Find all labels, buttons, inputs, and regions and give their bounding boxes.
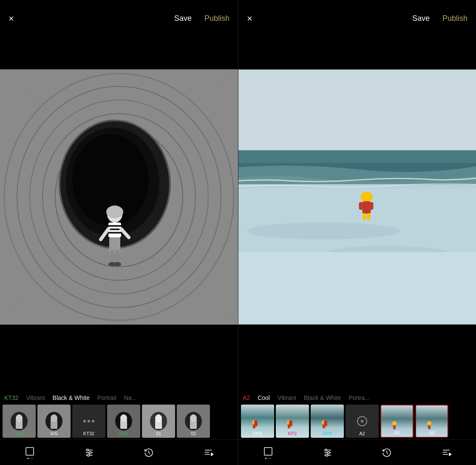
svg-point-82	[287, 420, 291, 425]
svg-rect-47	[26, 448, 34, 455]
svg-line-56	[149, 453, 150, 454]
svg-point-94	[325, 449, 327, 451]
svg-rect-18	[108, 228, 121, 230]
filter-thumb-kp2-label: KP2	[276, 431, 309, 436]
svg-point-96	[327, 451, 329, 454]
svg-point-88	[392, 421, 397, 425]
publish-button-right[interactable]: Publish	[442, 14, 468, 23]
svg-point-34	[51, 414, 57, 422]
toolbar-adjust-left[interactable]	[84, 448, 94, 458]
filter-thumb-ih5[interactable]: IH5	[37, 405, 71, 438]
frame-icon-left	[25, 446, 35, 456]
filter-thumb-kp2[interactable]: KP2	[276, 405, 309, 438]
filter-thumb-fp8[interactable]: FP8	[241, 405, 274, 438]
header-actions-right: Save Publish	[412, 14, 468, 23]
toolbar-export-right[interactable]	[441, 448, 451, 458]
filter-cat-bw2[interactable]: Black & White	[304, 394, 341, 401]
toolbar-history-right[interactable]	[382, 448, 392, 458]
filter-thumb-02[interactable]: 02	[177, 405, 210, 438]
toolbar-adjust-right[interactable]	[323, 448, 333, 458]
photo-beach	[238, 37, 476, 357]
svg-point-70	[360, 192, 372, 202]
filter-thumb-a5-label: A5	[381, 430, 413, 435]
filter-cat-kt32[interactable]: KT32	[4, 394, 18, 401]
export-icon-right	[441, 448, 451, 458]
svg-point-54	[88, 454, 90, 456]
filter-cat-vibrant[interactable]: Vibrant	[26, 394, 45, 401]
svg-rect-21	[110, 250, 114, 263]
bottom-black-left	[0, 357, 238, 391]
svg-line-100	[387, 453, 388, 454]
filter-cat-a2[interactable]: A2	[243, 394, 250, 401]
svg-point-50	[87, 449, 89, 451]
toolbar-export-left[interactable]	[203, 448, 213, 458]
close-button-right[interactable]: ×	[247, 13, 252, 24]
filter-thumb-a8[interactable]: A8	[415, 405, 448, 438]
filter-thumb-a2-label: A2	[346, 431, 379, 436]
filter-thumb-kx4-label: KX4	[107, 431, 140, 436]
header-right: × Save Publish	[238, 0, 476, 37]
frame-icon-right	[263, 446, 273, 456]
publish-button-left[interactable]: Publish	[204, 14, 230, 23]
svg-marker-104	[449, 453, 451, 456]
filter-bar-right: A2 Cool Vibrant Black & White Portra... …	[238, 391, 476, 439]
svg-point-79	[252, 420, 256, 425]
filter-bar-left: KT32 Vibrant Black & White Portrait Na..…	[0, 391, 238, 439]
header-left: × Save Publish	[0, 0, 238, 37]
svg-point-15	[106, 205, 123, 218]
toolbar-history-left[interactable]	[144, 448, 154, 458]
svg-point-67	[247, 223, 400, 240]
svg-rect-74	[363, 213, 366, 220]
filter-cat-bw[interactable]: Black & White	[53, 394, 90, 401]
bottom-toolbar-left	[0, 439, 238, 465]
filter-thumb-kt32[interactable]: KT32	[72, 405, 105, 438]
svg-point-42	[155, 414, 162, 422]
svg-marker-60	[211, 453, 213, 456]
toolbar-frame-left[interactable]	[25, 446, 35, 459]
svg-point-85	[322, 420, 326, 425]
svg-rect-73	[369, 202, 373, 210]
filter-categories-right: A2 Cool Vibrant Black & White Portra...	[238, 394, 476, 401]
toolbar-frame-right[interactable]	[263, 446, 273, 459]
svg-point-46	[190, 414, 197, 422]
svg-rect-62	[238, 70, 476, 155]
svg-rect-22	[115, 250, 119, 263]
filter-cat-portrait[interactable]: Portrait	[97, 394, 116, 401]
photo-area-left	[0, 37, 238, 357]
filter-thumb-01-label: 01	[142, 431, 175, 436]
filter-thumb-kp9[interactable]: KP9	[311, 405, 344, 438]
filter-cat-na[interactable]: Na...	[124, 394, 137, 401]
filter-cat-cool[interactable]: Cool	[258, 394, 270, 401]
filter-thumb-ih5-label: IH5	[37, 431, 71, 436]
filter-thumb-kx4[interactable]: KX4	[107, 405, 140, 438]
filter-thumb-01[interactable]: 01	[142, 405, 175, 438]
filter-thumb-a8-label: A8	[416, 430, 448, 435]
save-button-right[interactable]: Save	[412, 14, 430, 23]
svg-rect-66	[238, 188, 476, 252]
svg-point-38	[120, 414, 127, 422]
adjust-icon-right	[323, 448, 333, 458]
frame-dots-right	[265, 458, 271, 459]
svg-rect-72	[359, 202, 363, 210]
filter-thumb-a5[interactable]: A5	[380, 405, 414, 438]
filter-cat-portrait2[interactable]: Portra...	[348, 394, 370, 401]
svg-rect-76	[363, 203, 366, 206]
bottom-black-right	[238, 357, 476, 391]
svg-point-24	[113, 262, 121, 266]
filter-thumb-kt32-label: KT32	[72, 431, 105, 436]
header-actions-left: Save Publish	[174, 14, 230, 23]
filter-thumb-a2[interactable]: A2	[346, 405, 379, 438]
filter-cat-vibrant2[interactable]: Vibrant	[278, 394, 296, 401]
photo-area-right	[238, 37, 476, 357]
svg-point-52	[89, 451, 91, 454]
close-button-left[interactable]: ×	[8, 13, 14, 24]
svg-rect-75	[367, 213, 370, 220]
filter-thumb-fn16[interactable]: FN16	[3, 405, 36, 438]
filter-thumb-fp8-label: FP8	[241, 431, 274, 436]
frame-dots-left	[27, 458, 33, 459]
export-icon-left	[203, 448, 213, 458]
panel-left: × Save Publish	[0, 0, 238, 465]
save-button-left[interactable]: Save	[174, 14, 192, 23]
svg-rect-92	[264, 448, 272, 455]
filter-categories-left: KT32 Vibrant Black & White Portrait Na..…	[0, 394, 238, 401]
